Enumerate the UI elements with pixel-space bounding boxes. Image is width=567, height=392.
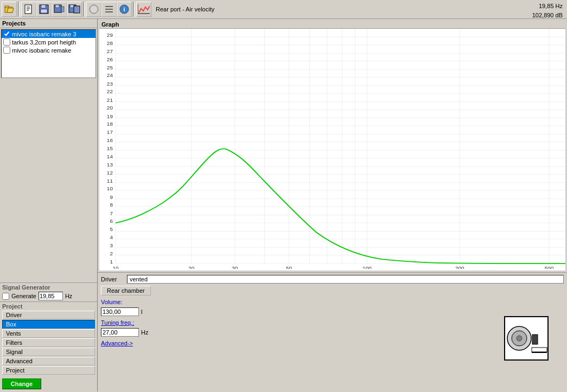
svg-text:8: 8 — [110, 202, 113, 208]
svg-text:17: 17 — [107, 130, 113, 135]
svg-rect-11 — [55, 5, 59, 8]
toolbar-sep-2 — [83, 2, 85, 17]
svg-rect-15 — [74, 6, 80, 13]
nav-advanced[interactable]: Advanced — [2, 357, 95, 365]
toolbar-sep-3 — [133, 2, 135, 17]
volume-label: Volume: — [101, 299, 123, 305]
svg-text:i: i — [123, 6, 125, 12]
svg-marker-2 — [7, 8, 14, 12]
projects-header: Projects — [0, 19, 97, 28]
svg-text:16: 16 — [107, 137, 113, 143]
project-nav-section: Project Driver Box Vents Filters Signal … — [0, 301, 97, 376]
generate-checkbox[interactable] — [2, 293, 9, 300]
svg-text:24: 24 — [107, 73, 113, 78]
svg-text:30: 30 — [232, 265, 238, 269]
tuning-label: Tuning freq.: — [101, 319, 134, 326]
nav-box[interactable]: Box — [2, 320, 95, 329]
svg-text:3: 3 — [110, 243, 113, 248]
save2-button[interactable] — [67, 2, 82, 17]
svg-text:10: 10 — [112, 265, 118, 269]
calc-button[interactable] — [86, 2, 101, 17]
advanced-link[interactable]: Advanced-> — [101, 340, 133, 346]
svg-text:20: 20 — [107, 105, 113, 111]
svg-rect-109 — [532, 335, 538, 344]
open-button[interactable] — [2, 2, 17, 17]
svg-text:15: 15 — [107, 146, 113, 151]
generate-label: Generate — [11, 293, 36, 299]
svg-text:5: 5 — [110, 227, 113, 232]
save-button[interactable] — [36, 2, 52, 17]
svg-text:1: 1 — [110, 259, 113, 265]
svg-text:6: 6 — [110, 218, 113, 223]
new-button[interactable] — [21, 2, 36, 17]
svg-rect-9 — [41, 9, 47, 13]
box-diagram-svg — [502, 314, 551, 363]
project-item-1[interactable]: tarkus 3,2cm port heigth — [2, 38, 95, 46]
svg-rect-8 — [41, 5, 46, 8]
project-item-0[interactable]: mivoc isobaric remake 3 — [2, 30, 95, 38]
svg-point-17 — [91, 6, 97, 12]
speaker-diagram-area — [486, 285, 567, 391]
svg-text:9: 9 — [110, 194, 113, 200]
freq-display: 19,85 Hz — [532, 2, 563, 11]
svg-rect-14 — [70, 5, 74, 8]
svg-text:26: 26 — [107, 56, 113, 62]
signal-freq-input[interactable] — [39, 292, 63, 300]
svg-text:19: 19 — [107, 113, 113, 119]
svg-text:50: 50 — [286, 265, 292, 269]
svg-text:2: 2 — [110, 250, 113, 256]
svg-text:14: 14 — [107, 153, 113, 159]
svg-rect-107 — [532, 348, 547, 352]
svg-text:28: 28 — [107, 40, 113, 46]
svg-rect-1 — [5, 6, 9, 8]
svg-text:25: 25 — [107, 65, 113, 70]
nav-filters[interactable]: Filters — [2, 338, 95, 347]
svg-text:18: 18 — [107, 121, 113, 126]
change-button[interactable]: Change — [2, 378, 41, 389]
driver-label: Driver — [101, 276, 125, 282]
nav-project[interactable]: Project — [2, 366, 95, 375]
svg-text:27: 27 — [107, 49, 113, 54]
svg-point-106 — [517, 336, 522, 341]
svg-rect-108 — [532, 352, 547, 353]
volume-unit: l — [141, 309, 142, 315]
volume-input[interactable] — [101, 307, 139, 316]
svg-text:10: 10 — [107, 186, 113, 191]
svg-text:20: 20 — [188, 265, 194, 269]
svg-text:200: 200 — [455, 265, 464, 269]
info-button[interactable]: i — [117, 2, 132, 17]
project-item-2[interactable]: mivoc isobaric remake — [2, 46, 95, 54]
signal-generator-section: Signal Generator Generate Hz — [0, 282, 97, 301]
graph-button[interactable] — [136, 2, 151, 17]
rear-chamber-button[interactable]: Rear chamber — [101, 286, 151, 295]
svg-text:29: 29 — [107, 33, 113, 38]
signal-generator-header: Signal Generator — [2, 284, 95, 291]
settings-button[interactable] — [101, 2, 117, 17]
project-check-2[interactable] — [3, 47, 10, 54]
project-nav-header: Project — [2, 303, 95, 310]
svg-text:21: 21 — [107, 97, 113, 102]
nav-signal[interactable]: Signal — [2, 348, 95, 356]
toolbar-sep-1 — [18, 2, 20, 17]
tuning-unit: Hz — [141, 329, 148, 336]
nav-driver[interactable]: Driver — [2, 311, 95, 319]
project-check-0[interactable] — [3, 30, 10, 37]
project-list: mivoc isobaric remake 3 tarkus 3,2cm por… — [1, 29, 96, 78]
svg-text:500: 500 — [545, 265, 554, 269]
signal-freq-unit: Hz — [65, 293, 72, 299]
svg-text:7: 7 — [110, 210, 113, 216]
driver-input[interactable] — [127, 275, 564, 284]
svg-rect-3 — [25, 5, 31, 14]
svg-text:4: 4 — [110, 234, 113, 240]
project-check-1[interactable] — [3, 38, 10, 46]
tuning-input[interactable] — [101, 328, 139, 337]
svg-text:100: 100 — [362, 265, 372, 269]
toolbar-title: Rear port - Air velocity — [156, 6, 214, 12]
toolbar: i Rear port - Air velocity 19,85 Hz 102,… — [0, 0, 567, 19]
svg-text:13: 13 — [107, 162, 113, 168]
svg-text:23: 23 — [107, 81, 113, 86]
save-as-button[interactable] — [52, 2, 67, 17]
svg-text:11: 11 — [107, 178, 113, 183]
svg-rect-12 — [61, 7, 64, 12]
nav-vents[interactable]: Vents — [2, 329, 95, 338]
